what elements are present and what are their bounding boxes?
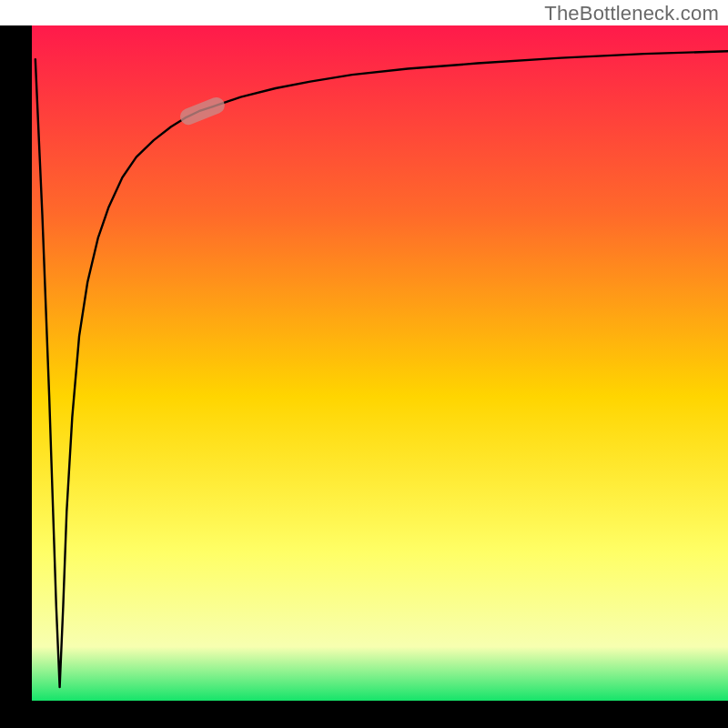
chart-container <box>0 0 728 728</box>
attribution-text: TheBottleneck.com <box>544 2 719 25</box>
frame-bottom-band <box>0 701 728 728</box>
frame-left-band <box>0 25 32 728</box>
plot-background <box>32 25 728 701</box>
bottleneck-chart <box>0 0 728 728</box>
